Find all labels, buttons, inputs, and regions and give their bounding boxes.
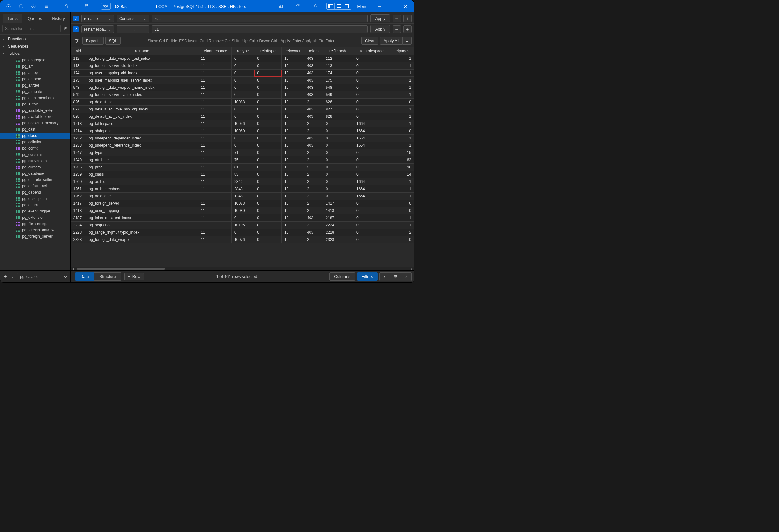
cell[interactable]: pg_auth_members bbox=[86, 185, 198, 193]
add-button[interactable]: + bbox=[2, 274, 8, 279]
remove-filter-button[interactable]: − bbox=[393, 25, 401, 33]
cell[interactable]: 403 bbox=[304, 91, 323, 98]
cell[interactable]: 10 bbox=[282, 171, 304, 178]
cell[interactable]: 2 bbox=[304, 98, 323, 106]
cell[interactable]: pg_proc bbox=[86, 164, 198, 171]
cell[interactable]: 1248 bbox=[232, 193, 254, 200]
menu-button[interactable]: Menu bbox=[357, 4, 367, 9]
cell[interactable]: 403 bbox=[304, 77, 323, 84]
cell[interactable]: 2224 bbox=[323, 222, 354, 229]
cell[interactable]: 1664 bbox=[354, 120, 390, 128]
cell[interactable]: 10056 bbox=[232, 120, 254, 128]
cell[interactable]: 1255 bbox=[71, 164, 86, 171]
prev-page-button[interactable]: ‹ bbox=[379, 272, 390, 281]
cell[interactable]: 0 bbox=[354, 84, 390, 91]
tree-item-pg_description[interactable]: pg_description bbox=[0, 196, 70, 202]
cell[interactable]: 2 bbox=[304, 178, 323, 185]
cell[interactable]: 403 bbox=[304, 135, 323, 142]
layout-right-icon[interactable] bbox=[343, 3, 351, 9]
cell[interactable]: 10 bbox=[282, 55, 304, 62]
cell[interactable]: pg_foreign_server_oid_index bbox=[86, 62, 198, 70]
tree-item-pg_aggregate[interactable]: pg_aggregate bbox=[0, 57, 70, 63]
cell[interactable]: 549 bbox=[323, 91, 354, 98]
cell[interactable]: 11 bbox=[198, 178, 232, 185]
tree-group-sequences[interactable]: Sequences bbox=[0, 43, 70, 50]
cell[interactable]: 0 bbox=[232, 70, 254, 77]
filter-value-input[interactable] bbox=[152, 15, 368, 22]
cell[interactable]: 1418 bbox=[323, 207, 354, 214]
cell[interactable]: 1417 bbox=[323, 200, 354, 207]
cell[interactable]: 11 bbox=[198, 91, 232, 98]
tree-item-pg_enum[interactable]: pg_enum bbox=[0, 202, 70, 208]
cell[interactable]: 2228 bbox=[71, 229, 86, 236]
app-icon[interactable] bbox=[3, 2, 14, 10]
cell[interactable]: 0 bbox=[232, 62, 254, 70]
tree-item-pg_available_exte[interactable]: pg_available_exte bbox=[0, 107, 70, 114]
column-header-relnamespace[interactable]: relnamespace bbox=[198, 47, 232, 55]
cell[interactable]: 11 bbox=[198, 236, 232, 243]
cell[interactable]: 0 bbox=[323, 142, 354, 149]
cell[interactable]: 0 bbox=[354, 222, 390, 229]
tree-item-pg_db_role_settin[interactable]: pg_db_role_settin bbox=[0, 177, 70, 183]
cell[interactable]: 0 bbox=[254, 178, 282, 185]
cell[interactable]: 0 bbox=[354, 70, 390, 77]
cell[interactable]: 1249 bbox=[71, 156, 86, 164]
search-icon[interactable] bbox=[310, 2, 322, 10]
cell[interactable]: pg_foreign_server_name_index bbox=[86, 91, 198, 98]
cell[interactable]: 828 bbox=[71, 113, 86, 120]
eye-icon[interactable] bbox=[28, 2, 39, 10]
cell[interactable]: 1 bbox=[390, 84, 414, 91]
tree-item-pg_constraint[interactable]: pg_constraint bbox=[0, 151, 70, 158]
cell[interactable]: 11 bbox=[198, 77, 232, 84]
cell[interactable]: 10 bbox=[282, 207, 304, 214]
cell[interactable]: 10 bbox=[282, 113, 304, 120]
schema-select[interactable]: pg_catalog bbox=[17, 273, 68, 280]
cell[interactable]: 403 bbox=[304, 113, 323, 120]
tab-data[interactable]: Data bbox=[75, 272, 94, 281]
cell[interactable]: 827 bbox=[323, 106, 354, 113]
lock-icon[interactable] bbox=[61, 2, 72, 10]
apply-button[interactable]: Apply bbox=[370, 14, 390, 22]
cell[interactable]: 0 bbox=[354, 113, 390, 120]
cell[interactable]: 0 bbox=[232, 91, 254, 98]
cell[interactable]: pg_user_mapping_user_server_index bbox=[86, 77, 198, 84]
cell[interactable]: 11 bbox=[198, 128, 232, 135]
tree-item-pg_auth_members[interactable]: pg_auth_members bbox=[0, 95, 70, 101]
cell[interactable]: 113 bbox=[71, 62, 86, 70]
cell[interactable]: 0 bbox=[354, 171, 390, 178]
cell[interactable]: 0 bbox=[390, 236, 414, 243]
cell[interactable]: 11 bbox=[198, 185, 232, 193]
cell[interactable]: 0 bbox=[254, 229, 282, 236]
cell[interactable]: 0 bbox=[254, 185, 282, 193]
cell[interactable]: pg_type bbox=[86, 149, 198, 156]
cell[interactable]: pg_inherits_parent_index bbox=[86, 214, 198, 222]
cell[interactable]: pg_shdepend_reference_index bbox=[86, 142, 198, 149]
list-icon[interactable] bbox=[41, 2, 52, 10]
data-grid[interactable]: oidrelnamerelnamespacereltypereloftypere… bbox=[70, 47, 414, 267]
cell[interactable]: 10 bbox=[282, 98, 304, 106]
filter-enabled-checkbox[interactable]: ✓ bbox=[73, 16, 79, 21]
cell[interactable]: 96 bbox=[390, 164, 414, 171]
maximize-button[interactable] bbox=[386, 2, 398, 10]
cell[interactable]: 1 bbox=[390, 135, 414, 142]
cell[interactable]: 10 bbox=[282, 164, 304, 171]
scroll-left-icon[interactable]: ◀ bbox=[72, 267, 74, 270]
cell[interactable]: pg_shdepend_depender_index bbox=[86, 135, 198, 142]
cell[interactable]: 81 bbox=[232, 164, 254, 171]
cell[interactable]: pg_sequence bbox=[86, 222, 198, 229]
cell[interactable]: 0 bbox=[390, 207, 414, 214]
cell[interactable]: 0 bbox=[323, 120, 354, 128]
cell[interactable]: 0 bbox=[390, 128, 414, 135]
cell[interactable]: 11 bbox=[198, 171, 232, 178]
cell[interactable]: 548 bbox=[323, 84, 354, 91]
cell[interactable]: 10 bbox=[282, 178, 304, 185]
cell[interactable]: 0 bbox=[323, 171, 354, 178]
cell[interactable]: 828 bbox=[323, 113, 354, 120]
cell[interactable]: 0 bbox=[254, 222, 282, 229]
sql-button[interactable]: SQL bbox=[106, 37, 121, 45]
cell[interactable]: 11 bbox=[198, 164, 232, 171]
cell[interactable]: 0 bbox=[254, 106, 282, 113]
refresh-icon[interactable] bbox=[292, 2, 304, 10]
cell[interactable]: 1664 bbox=[354, 142, 390, 149]
table-row[interactable]: 1232pg_shdepend_depender_index1100104030… bbox=[71, 135, 414, 142]
